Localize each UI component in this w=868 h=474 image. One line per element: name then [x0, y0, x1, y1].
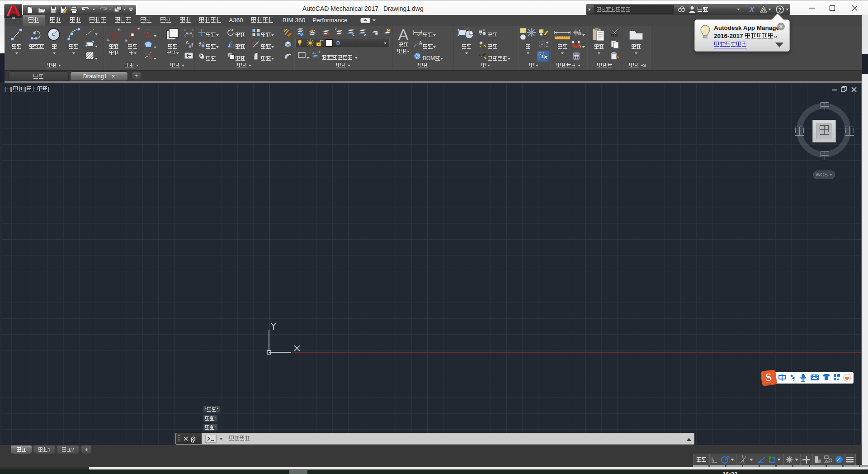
svg-text:A-A: A-A [185, 31, 192, 36]
svg-text:A: A [185, 40, 189, 45]
svg-text:0: 0 [336, 40, 340, 47]
svg-text:M: M [12, 16, 14, 19]
svg-text:X: X [749, 5, 755, 13]
svg-text:A: A [419, 41, 422, 46]
svg-text:?: ? [778, 7, 782, 13]
